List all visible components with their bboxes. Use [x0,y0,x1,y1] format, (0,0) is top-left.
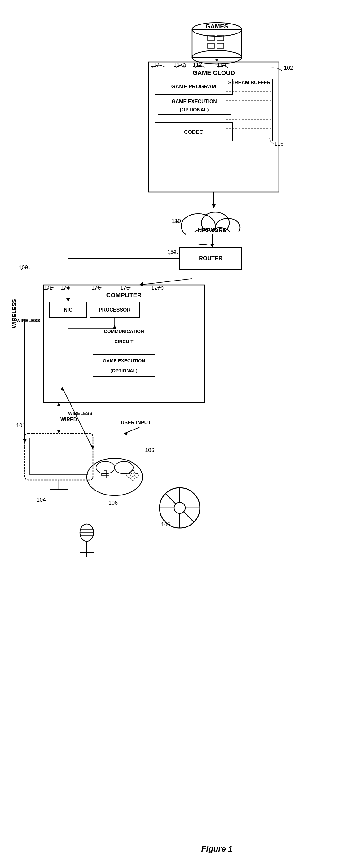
svg-text:117a: 117a [173,62,186,68]
svg-text:ROUTER: ROUTER [199,255,223,261]
svg-marker-115 [57,430,61,434]
svg-text:CODEC: CODEC [184,129,203,135]
svg-text:104: 104 [36,497,46,503]
svg-text:STREAM BUFFER: STREAM BUFFER [228,80,271,85]
svg-text:GAME EXECUTION: GAME EXECUTION [172,99,217,104]
svg-point-86 [135,473,139,477]
svg-text:112: 112 [193,62,202,68]
svg-text:WIRELESS: WIRELESS [11,299,17,328]
svg-text:152: 152 [167,249,177,255]
diagram-container: GAMES GAME CLOUD GAME PROGRAM GAME EXECU… [0,0,347,868]
svg-text:COMPUTER: COMPUTER [106,292,142,299]
svg-text:Figure 1: Figure 1 [201,844,232,854]
svg-marker-71 [113,325,116,329]
svg-text:117: 117 [150,62,160,68]
svg-text:PROCESSOR: PROCESSOR [99,307,131,312]
svg-point-82 [115,461,133,474]
svg-text:NIC: NIC [64,307,73,312]
svg-rect-88 [104,471,107,478]
svg-text:CIRCUIT: CIRCUIT [115,339,134,344]
svg-text:116: 116 [274,141,284,147]
svg-text:101: 101 [16,423,25,429]
svg-rect-5 [208,43,214,48]
svg-line-99 [183,512,194,522]
svg-text:GAME CLOUD: GAME CLOUD [193,69,235,76]
svg-text:102: 102 [284,65,293,71]
svg-text:(OPTIONAL): (OPTIONAL) [180,107,208,113]
svg-text:106: 106 [109,500,118,506]
svg-text:COMMUNICATION: COMMUNICATION [104,329,144,334]
svg-text:WIRED: WIRED [60,417,77,422]
svg-point-84 [131,470,135,474]
svg-marker-45 [210,244,214,248]
svg-marker-108 [66,298,70,302]
svg-point-83 [127,473,131,477]
svg-rect-6 [217,43,224,48]
svg-rect-76 [30,438,88,475]
svg-line-65 [139,279,192,285]
svg-text:114: 114 [217,62,226,68]
svg-rect-75 [25,434,93,480]
svg-marker-66 [139,282,143,286]
svg-marker-111 [23,439,27,443]
svg-text:WIRELESS: WIRELESS [16,318,40,323]
svg-text:(OPTIONAL): (OPTIONAL) [110,368,138,373]
svg-text:106: 106 [145,447,154,453]
svg-marker-41 [212,205,215,208]
svg-text:NETWORK: NETWORK [198,227,227,234]
svg-marker-119 [124,432,128,436]
svg-point-85 [131,476,135,480]
svg-text:GAME EXECUTION: GAME EXECUTION [103,358,145,363]
svg-line-98 [166,494,176,504]
svg-marker-114 [57,403,61,406]
svg-point-81 [96,461,115,474]
svg-text:USER INPUT: USER INPUT [121,420,151,425]
svg-text:GAMES: GAMES [205,23,228,30]
svg-text:GAME PROGRAM: GAME PROGRAM [171,84,216,90]
svg-rect-37 [186,231,240,244]
svg-text:WIRELESS: WIRELESS [68,411,92,416]
svg-point-80 [87,458,143,495]
